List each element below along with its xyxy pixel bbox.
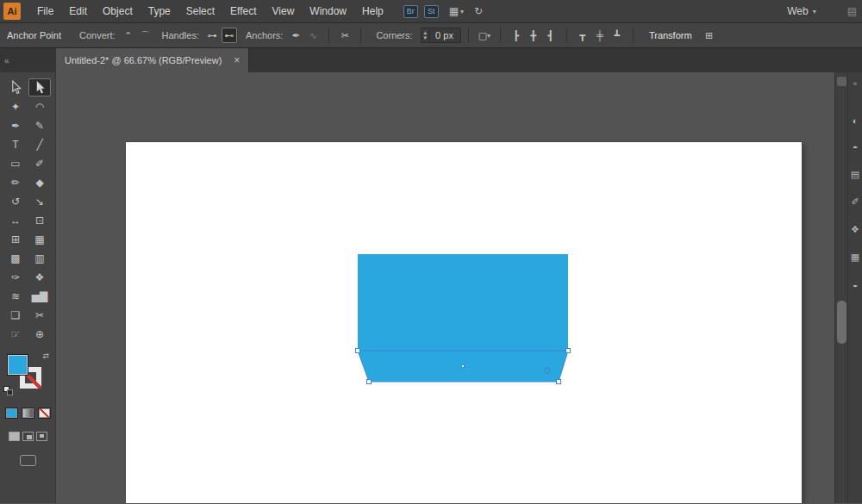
toolbar-collapse-chevron[interactable]: « xyxy=(0,48,56,72)
align-center-button[interactable]: ╋ xyxy=(526,28,541,43)
draw-inside-button[interactable] xyxy=(36,432,47,441)
tool-symbol-sprayer[interactable]: ≋ xyxy=(4,287,27,305)
tool-type[interactable]: T xyxy=(4,135,27,153)
grid-icon: ▦ xyxy=(449,5,459,17)
artboard[interactable] xyxy=(126,142,802,503)
tool-line-segment[interactable]: ╱ xyxy=(28,135,51,153)
illustrator-logo[interactable]: Ai xyxy=(3,3,21,20)
anchor-point-bottom-left[interactable] xyxy=(367,380,372,384)
tool-lasso[interactable]: ◠ xyxy=(28,97,51,115)
vertical-scrollbar[interactable] xyxy=(834,72,847,503)
tool-rectangle[interactable]: ▭ xyxy=(4,154,27,172)
menu-file[interactable]: File xyxy=(29,0,61,22)
arrange-documents-icon[interactable]: ▦ ▾ xyxy=(449,5,464,17)
bridge-icon[interactable]: Br xyxy=(403,5,418,18)
remove-anchor-button[interactable]: ✒ xyxy=(288,28,303,43)
swatches-panel-icon[interactable]: ▤ xyxy=(851,169,859,180)
tool-zoom[interactable]: ⊕ xyxy=(28,325,51,343)
align-middle-button[interactable]: ╪ xyxy=(592,28,608,43)
stepper-down-icon[interactable]: ▾ xyxy=(424,35,428,40)
select-similar-button[interactable]: ▢ ▾ xyxy=(477,28,492,43)
handles-free-button[interactable]: ⊷ xyxy=(222,28,237,43)
transform-link[interactable]: Transform xyxy=(649,30,692,40)
tool-free-transform[interactable]: ⊡ xyxy=(28,211,51,229)
align-bottom-button[interactable]: ┻ xyxy=(609,28,625,43)
tool-paintbrush[interactable]: ✐ xyxy=(28,154,51,172)
tool-pen[interactable]: ✒ xyxy=(4,116,27,134)
close-tab-icon[interactable]: × xyxy=(234,54,240,66)
corners-stepper[interactable]: ▴ ▾ 0 px xyxy=(421,28,461,43)
connect-endpoints-button[interactable]: ∿ xyxy=(305,28,321,43)
stroke-panel-icon[interactable]: ▦ xyxy=(851,252,859,263)
color-guide-panel-icon[interactable]: ◓ xyxy=(853,142,859,152)
stepper-arrows[interactable]: ▴ ▾ xyxy=(422,30,431,40)
convert-smooth-button[interactable]: ⌒ xyxy=(138,28,153,43)
transform-options-button[interactable]: ⊞ xyxy=(702,28,717,43)
handles-mirror-button[interactable]: ⊶ xyxy=(204,28,220,43)
scrollbar-top-button[interactable] xyxy=(837,77,846,86)
tools-panel: ✦ ◠ ✒ ✎ T ╱ ▭ ✐ ✏ ◆ ↺ ↘ ↔ ⊡ ⊞ ▦ ▩ ▥ ✑ ❖ … xyxy=(0,72,56,503)
tool-hand[interactable]: ☞ xyxy=(4,325,27,343)
chevron-down-icon: ▾ xyxy=(813,8,816,16)
anchor-point-bottom-right[interactable] xyxy=(557,380,561,384)
panel-menu-icon[interactable]: ▤ xyxy=(847,5,857,17)
sync-icon[interactable]: ↻ xyxy=(474,5,483,17)
lasso-icon: ◠ xyxy=(35,101,44,113)
cut-path-button[interactable]: ✂ xyxy=(337,28,353,43)
menu-object[interactable]: Object xyxy=(95,0,141,22)
fill-swatch[interactable] xyxy=(7,354,28,376)
tool-eyedropper[interactable]: ✑ xyxy=(4,268,27,286)
stock-icon[interactable]: St xyxy=(424,5,439,18)
tool-direct-selection[interactable] xyxy=(28,78,51,96)
screen-mode-button[interactable] xyxy=(20,455,36,466)
panel-expand-chevron[interactable]: « xyxy=(853,79,857,88)
align-right-button[interactable]: ┫ xyxy=(543,28,559,43)
anchor-point-top-right[interactable] xyxy=(566,349,571,353)
tool-artboard[interactable]: ❏ xyxy=(4,306,27,324)
tool-selection[interactable] xyxy=(4,78,27,96)
tool-pencil[interactable]: ✏ xyxy=(4,173,27,191)
menu-view[interactable]: View xyxy=(265,0,303,22)
menu-effect[interactable]: Effect xyxy=(222,0,264,22)
document-tab[interactable]: Untitled-2* @ 66.67% (RGB/Preview) × xyxy=(56,48,249,72)
tool-column-graph[interactable]: ▅▇ xyxy=(28,287,51,305)
corners-value[interactable]: 0 px xyxy=(430,30,460,40)
tool-shape-builder[interactable]: ⊞ xyxy=(4,230,27,248)
menu-type[interactable]: Type xyxy=(141,0,178,22)
tool-gradient[interactable]: ▥ xyxy=(28,249,51,267)
scrollbar-thumb[interactable] xyxy=(837,301,846,344)
tool-perspective-grid[interactable]: ▦ xyxy=(28,230,51,248)
tool-mesh[interactable]: ▩ xyxy=(4,249,27,267)
tool-eraser[interactable]: ◆ xyxy=(28,173,51,191)
anchor-point-top-left[interactable] xyxy=(356,349,360,353)
tool-curvature[interactable]: ✎ xyxy=(28,116,51,134)
convert-corner-button[interactable]: ⌃ xyxy=(121,28,136,43)
gradient-button[interactable] xyxy=(22,408,34,419)
menu-help[interactable]: Help xyxy=(354,0,391,22)
blue-rectangle-shape[interactable] xyxy=(358,254,568,351)
canvas[interactable] xyxy=(56,72,834,503)
tool-width[interactable]: ↔ xyxy=(4,211,27,229)
color-panel-icon[interactable]: ◐ xyxy=(853,115,859,126)
align-top-button[interactable]: ┳ xyxy=(575,28,590,43)
tool-magic-wand[interactable]: ✦ xyxy=(4,97,27,115)
layers-panel-icon[interactable]: ◒ xyxy=(853,279,859,289)
menu-edit[interactable]: Edit xyxy=(61,0,95,22)
center-point[interactable] xyxy=(462,365,465,368)
tool-blend[interactable]: ❖ xyxy=(28,268,51,286)
default-fill-stroke-icon[interactable] xyxy=(3,386,13,395)
tool-scale[interactable]: ↘ xyxy=(28,192,51,210)
color-button[interactable] xyxy=(5,408,18,419)
swap-fill-stroke-icon[interactable]: ⇄ xyxy=(42,352,49,360)
menu-window[interactable]: Window xyxy=(302,0,354,22)
draw-normal-button[interactable] xyxy=(9,432,20,441)
none-button[interactable] xyxy=(38,408,51,419)
brushes-panel-icon[interactable]: ✐ xyxy=(851,196,859,208)
tool-slice[interactable]: ✂ xyxy=(28,306,51,324)
menu-select[interactable]: Select xyxy=(178,0,222,22)
symbols-panel-icon[interactable]: ❖ xyxy=(851,224,859,235)
draw-behind-button[interactable] xyxy=(22,432,34,441)
workspace-switcher[interactable]: Web ▾ xyxy=(787,5,815,17)
tool-rotate[interactable]: ↺ xyxy=(4,192,27,210)
align-left-button[interactable]: ┣ xyxy=(509,28,524,43)
